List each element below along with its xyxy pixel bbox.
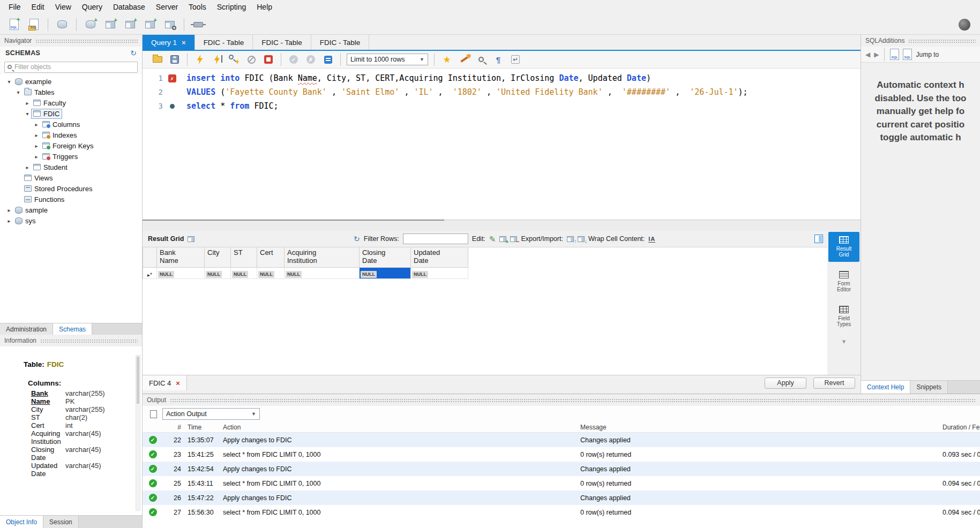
forward-icon[interactable]: ▶ — [874, 51, 879, 58]
beautify-script-icon[interactable] — [458, 53, 470, 66]
table-name-link[interactable]: FDIC — [47, 360, 64, 368]
menu-query[interactable]: Query — [77, 0, 108, 14]
tree-item-sample[interactable]: ▸sample — [0, 205, 142, 215]
new-sql-tab-icon[interactable] — [6, 17, 21, 32]
delete-row-icon[interactable] — [510, 236, 517, 242]
refresh-schemas-icon[interactable]: ↻ — [130, 49, 137, 57]
tree-item-tables[interactable]: ▾Tables — [0, 87, 142, 97]
tree-item-views[interactable]: Views — [0, 172, 142, 183]
grid-column-header-2[interactable]: ST — [231, 247, 257, 268]
open-sql-script-icon[interactable] — [26, 17, 41, 32]
grid-cell-5[interactable]: NULL — [360, 268, 411, 279]
execute-current-icon[interactable] — [211, 53, 223, 66]
tree-item-stored-procedures[interactable]: Stored Procedures — [0, 183, 142, 194]
grid-column-header-5[interactable]: Closing Date — [360, 247, 411, 268]
scrollbar-thumb[interactable] — [137, 357, 139, 404]
commit-icon[interactable]: ✓ — [287, 53, 300, 66]
close-icon[interactable]: × — [176, 379, 180, 387]
revert-button[interactable]: Revert — [813, 378, 855, 389]
import-records-icon[interactable] — [578, 236, 585, 242]
tree-item-foreign-keys[interactable]: ▸Foreign Keys — [0, 140, 142, 151]
tree-item-fdic[interactable]: ▾FDIC — [0, 108, 142, 119]
output-row[interactable]: ✓2315:41:25select * from FDIC LIMIT 0, 1… — [143, 447, 980, 462]
menu-help[interactable]: Help — [251, 0, 278, 14]
open-script-icon[interactable] — [151, 53, 164, 66]
expander-icon[interactable]: ▸ — [24, 164, 31, 170]
tab-object-info[interactable]: Object Info — [0, 516, 43, 528]
stop-on-error-icon[interactable] — [262, 53, 275, 66]
toggle-invisibles-icon[interactable]: ¶ — [492, 53, 505, 66]
grid-column-header-0[interactable]: Bank Name — [157, 247, 205, 268]
save-script-icon[interactable] — [168, 53, 181, 66]
explain-plan-icon[interactable] — [228, 53, 241, 66]
editor-result-splitter[interactable] — [143, 220, 861, 231]
sql-line[interactable]: 1✗insert into FDIC (Bank Name, City, ST,… — [143, 71, 861, 85]
edit-pencil-icon[interactable]: ✎ — [489, 235, 496, 243]
menu-edit[interactable]: Edit — [26, 0, 50, 14]
grid-column-header-6[interactable]: Updated Date — [411, 247, 468, 268]
toggle-autocommit-icon[interactable] — [321, 53, 334, 66]
wrap-cell-icon[interactable]: IA — [648, 236, 655, 243]
filter-objects-input[interactable] — [14, 63, 134, 71]
tab-snippets[interactable]: Snippets — [910, 381, 948, 394]
close-icon[interactable]: × — [182, 39, 186, 47]
expander-icon[interactable]: ▸ — [33, 154, 40, 160]
output-view-dropdown[interactable]: Action Output ▼ — [162, 408, 260, 420]
sql-code-editor[interactable]: 1✗insert into FDIC (Bank Name, City, ST,… — [143, 69, 861, 220]
output-row[interactable]: ✓2215:35:07Apply changes to FDICChanges … — [143, 433, 980, 447]
output-row[interactable]: ✓2615:47:22Apply changes to FDICChanges … — [143, 491, 980, 505]
toggle-word-wrap-icon[interactable]: ↵ — [509, 53, 522, 66]
create-schema-icon[interactable] — [83, 17, 98, 32]
editor-tab-fdic-table[interactable]: FDIC - Table — [253, 35, 311, 50]
info-scrollbar[interactable] — [136, 355, 140, 511]
apply-button[interactable]: Apply — [765, 378, 806, 389]
find-icon[interactable] — [475, 53, 488, 66]
grid-column-header-4[interactable]: Acquiring Institution — [285, 247, 360, 268]
view-field-types[interactable]: Field Types — [828, 301, 859, 331]
rollback-icon[interactable]: ✗ — [304, 53, 317, 66]
grid-column-header-3[interactable]: Cert — [257, 247, 285, 268]
create-procedure-icon[interactable] — [143, 17, 158, 32]
expander-icon[interactable]: ▾ — [5, 79, 13, 85]
maximize-panel-icon[interactable] — [814, 235, 823, 243]
expander-icon[interactable]: ▸ — [24, 100, 31, 106]
tree-item-triggers[interactable]: ▸Triggers — [0, 151, 142, 162]
expander-icon[interactable]: ▾ — [14, 89, 22, 95]
reconnect-server-icon[interactable] — [191, 17, 206, 32]
menu-tools[interactable]: Tools — [183, 0, 212, 14]
refresh-grid-icon[interactable]: ↻ — [354, 235, 360, 243]
search-table-data-icon[interactable] — [162, 17, 177, 32]
grid-cell-3[interactable]: NULL — [257, 268, 285, 279]
grid-cell-6[interactable]: NULL — [411, 268, 468, 279]
expander-icon[interactable]: ▸ — [33, 122, 40, 127]
editor-tab-fdic-table[interactable]: FDIC - Table — [311, 35, 370, 50]
tree-item-faculty[interactable]: ▸Faculty — [0, 97, 142, 108]
create-view-icon[interactable] — [123, 17, 138, 32]
manual-help-icon[interactable] — [890, 49, 899, 60]
output-row[interactable]: ✓2415:42:54Apply changes to FDICChanges … — [143, 462, 980, 476]
menu-view[interactable]: View — [50, 0, 77, 14]
menu-database[interactable]: Database — [108, 0, 151, 14]
export-recordset-icon[interactable] — [567, 236, 574, 242]
expander-icon[interactable]: ▸ — [5, 207, 13, 213]
grid-cell-4[interactable]: NULL — [285, 268, 360, 279]
workbench-status-icon[interactable] — [959, 19, 970, 31]
output-row[interactable]: ✓2715:56:30select * from FDIC LIMIT 0, 1… — [143, 505, 980, 519]
expander-icon[interactable]: ▸ — [33, 143, 40, 149]
grid-cell-0[interactable]: NULL — [157, 268, 205, 279]
tab-schemas[interactable]: Schemas — [53, 323, 92, 335]
back-icon[interactable]: ◀ — [865, 51, 870, 58]
menu-file[interactable]: File — [3, 0, 26, 14]
output-row[interactable]: ✓2515:43:11select * from FDIC LIMIT 0, 1… — [143, 476, 980, 491]
tree-item-columns[interactable]: ▸Columns — [0, 119, 142, 130]
stop-query-icon[interactable] — [245, 53, 258, 66]
inspector-icon[interactable] — [55, 17, 70, 32]
menu-scripting[interactable]: Scripting — [212, 0, 251, 14]
tree-item-student[interactable]: ▸Student — [0, 162, 142, 172]
create-table-icon[interactable] — [103, 17, 118, 32]
tree-item-sys[interactable]: ▸sys — [0, 215, 142, 226]
execute-statement-icon[interactable] — [193, 53, 206, 66]
filter-rows-input[interactable] — [403, 233, 468, 244]
expander-icon[interactable]: ▸ — [33, 132, 40, 138]
limit-rows-dropdown[interactable]: Limit to 1000 rows ▼ — [347, 54, 428, 65]
